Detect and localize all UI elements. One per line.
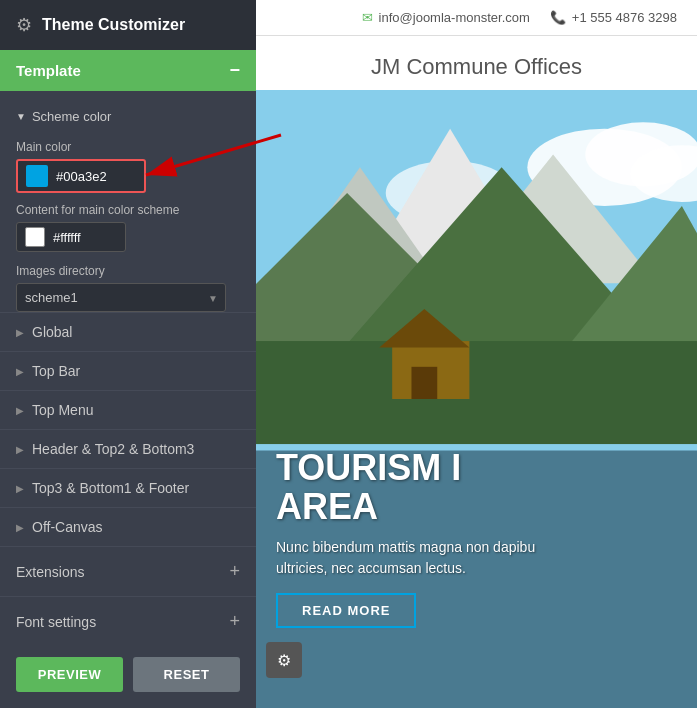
- email-icon: ✉: [362, 10, 373, 25]
- hero-settings-button[interactable]: ⚙: [266, 642, 302, 678]
- scheme-color-block: ▼ Scheme color Main color #00a3e2 Conten…: [0, 91, 256, 312]
- sidebar-bottom: PREVIEW RESET: [0, 641, 256, 708]
- phone-contact: 📞 +1 555 4876 3298: [550, 10, 677, 25]
- sidebar-item-offcanvas[interactable]: ▶ Off-Canvas: [0, 507, 256, 546]
- hero-heading-line2: AREA: [276, 486, 378, 527]
- read-more-button[interactable]: READ MORE: [276, 593, 416, 628]
- hero-subtext: Nunc bibendum mattis magna non dapibu ul…: [276, 537, 687, 579]
- hero-settings-icon: ⚙: [277, 651, 291, 670]
- sidebar-header: ⚙ Theme Customizer: [0, 0, 256, 50]
- extensions-plus-icon: +: [229, 561, 240, 582]
- main-content: ✉ info@joomla-monster.com 📞 +1 555 4876 …: [256, 0, 697, 708]
- hero-text-overlay: TOURISM I AREA Nunc bibendum mattis magn…: [276, 448, 687, 628]
- reset-button[interactable]: RESET: [133, 657, 240, 692]
- sidebar-item-header[interactable]: ▶ Header & Top2 & Bottom3: [0, 429, 256, 468]
- images-directory-label: Images directory: [16, 264, 240, 278]
- images-directory-select-wrap: scheme1 scheme2 scheme3 ▼: [16, 283, 226, 312]
- sidebar-item-top-bar[interactable]: ▶ Top Bar: [0, 351, 256, 390]
- sidebar-content: ▼ Scheme color Main color #00a3e2 Conten…: [0, 91, 256, 641]
- extensions-section[interactable]: Extensions +: [0, 546, 256, 596]
- nav-arrow-icon-offcanvas: ▶: [16, 522, 24, 533]
- svg-rect-15: [411, 367, 437, 399]
- sidebar-title: Theme Customizer: [42, 16, 185, 34]
- scheme-color-label: Scheme color: [32, 109, 111, 124]
- template-section[interactable]: Template −: [0, 50, 256, 91]
- scheme-color-arrow-icon: ▼: [16, 111, 26, 122]
- template-label: Template: [16, 62, 81, 79]
- nav-arrow-icon-top-menu: ▶: [16, 405, 24, 416]
- font-settings-label: Font settings: [16, 614, 96, 630]
- phone-text: +1 555 4876 3298: [572, 10, 677, 25]
- nav-label-header: Header & Top2 & Bottom3: [32, 441, 194, 457]
- svg-rect-11: [256, 341, 697, 444]
- nav-arrow-icon-top-bar: ▶: [16, 366, 24, 377]
- font-settings-section[interactable]: Font settings +: [0, 596, 256, 641]
- nav-label-global: Global: [32, 324, 72, 340]
- nav-label-top-menu: Top Menu: [32, 402, 93, 418]
- sidebar-item-global[interactable]: ▶ Global: [0, 312, 256, 351]
- nav-arrow-icon-global: ▶: [16, 327, 24, 338]
- hero-subtext-line1: Nunc bibendum mattis magna non dapibu: [276, 539, 535, 555]
- main-color-label: Main color: [16, 140, 240, 154]
- phone-icon: 📞: [550, 10, 566, 25]
- nav-label-top-bar: Top Bar: [32, 363, 80, 379]
- hero-heading: TOURISM I AREA: [276, 448, 687, 527]
- nav-arrow-icon-top3: ▶: [16, 483, 24, 494]
- main-color-input[interactable]: #00a3e2: [16, 159, 146, 193]
- sidebar-item-top-menu[interactable]: ▶ Top Menu: [0, 390, 256, 429]
- hero-section: TOURISM I AREA Nunc bibendum mattis magn…: [256, 90, 697, 708]
- extensions-label: Extensions: [16, 564, 84, 580]
- nav-label-top3: Top3 & Bottom1 & Footer: [32, 480, 189, 496]
- email-text: info@joomla-monster.com: [379, 10, 530, 25]
- sidebar-item-top3[interactable]: ▶ Top3 & Bottom1 & Footer: [0, 468, 256, 507]
- scheme-color-header[interactable]: ▼ Scheme color: [16, 101, 240, 132]
- font-settings-plus-icon: +: [229, 611, 240, 632]
- preview-button[interactable]: PREVIEW: [16, 657, 123, 692]
- site-topbar: ✉ info@joomla-monster.com 📞 +1 555 4876 …: [256, 0, 697, 36]
- hero-subtext-line2: ultricies, nec accumsan lectus.: [276, 560, 466, 576]
- template-collapse-icon: −: [229, 60, 240, 81]
- email-contact: ✉ info@joomla-monster.com: [362, 10, 530, 25]
- main-color-swatch: [26, 165, 48, 187]
- site-title: JM Commune Offices: [256, 36, 697, 90]
- images-directory-select[interactable]: scheme1 scheme2 scheme3: [16, 283, 226, 312]
- hero-heading-line1: TOURISM I: [276, 447, 461, 488]
- content-scheme-label: Content for main color scheme: [16, 203, 240, 217]
- content-color-swatch: [25, 227, 45, 247]
- gear-icon: ⚙: [16, 14, 32, 36]
- content-color-hex: #ffffff: [53, 230, 81, 245]
- content-color-input[interactable]: #ffffff: [16, 222, 126, 252]
- nav-arrow-icon-header: ▶: [16, 444, 24, 455]
- nav-label-offcanvas: Off-Canvas: [32, 519, 103, 535]
- sidebar: ⚙ Theme Customizer Template − ▼ Scheme c…: [0, 0, 256, 708]
- main-color-hex: #00a3e2: [56, 169, 107, 184]
